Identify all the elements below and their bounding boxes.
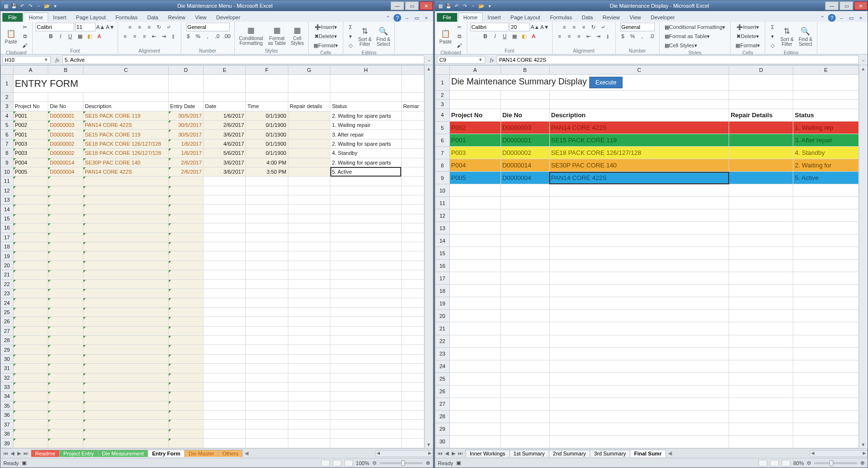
- table-row[interactable]: 20: [435, 310, 859, 322]
- maximize-button[interactable]: ▭: [405, 1, 419, 10]
- decrease-font-icon[interactable]: A▼: [541, 23, 549, 31]
- table-row[interactable]: 15: [1, 214, 424, 223]
- font-family-select[interactable]: [470, 23, 509, 31]
- table-row[interactable]: 14: [1, 205, 424, 214]
- tab-page-layout[interactable]: Page Layout: [506, 13, 545, 22]
- table-row[interactable]: 17: [1, 233, 424, 242]
- find-select-button[interactable]: 🔍Find & Select: [375, 26, 392, 47]
- fill-color-icon[interactable]: ◧: [85, 32, 94, 41]
- sheet-tab[interactable]: 1st Summary: [509, 450, 549, 457]
- table-row[interactable]: 32: [1, 373, 424, 382]
- execute-button[interactable]: Execute: [589, 77, 623, 88]
- table-row[interactable]: 11: [1, 177, 424, 186]
- qat-new-icon[interactable]: ▫: [35, 2, 42, 9]
- cond-format-button[interactable]: ▦ Conditional Formatting ▾: [663, 23, 728, 31]
- sheet-tab[interactable]: Inner Workings: [465, 450, 510, 457]
- sheet-tab[interactable]: Readme: [31, 450, 60, 457]
- table-row[interactable]: 23: [435, 347, 859, 360]
- merge-icon[interactable]: ⫿: [169, 32, 178, 41]
- table-row[interactable]: 13: [1, 195, 424, 205]
- tab-home[interactable]: Home: [24, 13, 48, 22]
- table-row[interactable]: 11: [435, 197, 859, 209]
- minimize-button[interactable]: —: [391, 1, 404, 10]
- qat-undo-icon[interactable]: ↶: [19, 2, 26, 9]
- table-row[interactable]: 14: [435, 234, 859, 247]
- fill-color-icon[interactable]: ◧: [520, 32, 529, 41]
- close-button[interactable]: ✕: [420, 1, 433, 10]
- format-cells-button[interactable]: ▦ Format ▾: [312, 41, 340, 50]
- horizontal-scrollbar[interactable]: [375, 450, 433, 457]
- table-row[interactable]: 28: [1, 335, 424, 344]
- zoom-slider[interactable]: [814, 462, 857, 464]
- fx-icon[interactable]: fx: [487, 57, 497, 63]
- tab-insert[interactable]: Insert: [483, 13, 506, 22]
- table-row[interactable]: 20: [1, 261, 424, 270]
- number-format-select[interactable]: [186, 23, 230, 31]
- minimize-button[interactable]: —: [825, 1, 839, 10]
- sheet-tab[interactable]: Die Master: [184, 450, 218, 457]
- bold-button[interactable]: B: [481, 32, 490, 41]
- table-row[interactable]: 7 P003D0000002SE18 PACK CORE 126/127/128…: [435, 147, 859, 159]
- table-row[interactable]: 37: [1, 420, 424, 429]
- tab-page-layout[interactable]: Page Layout: [71, 13, 111, 22]
- table-row[interactable]: 30: [435, 435, 859, 448]
- name-box[interactable]: H10▼: [2, 56, 51, 64]
- doc-close-icon[interactable]: ×: [422, 14, 430, 22]
- table-row[interactable]: 13: [435, 222, 859, 234]
- font-color-icon[interactable]: A: [95, 32, 104, 41]
- zoom-in-button[interactable]: ⊕: [860, 460, 865, 466]
- clear-icon[interactable]: ◇: [346, 41, 355, 50]
- underline-button[interactable]: U: [66, 32, 75, 41]
- close-button[interactable]: ✕: [854, 1, 868, 10]
- maximize-button[interactable]: ▭: [840, 1, 853, 10]
- qat-more-icon[interactable]: ▾: [486, 2, 493, 9]
- chevron-down-icon[interactable]: ▼: [44, 57, 48, 62]
- font-size-select[interactable]: [75, 23, 95, 31]
- view-break-icon[interactable]: [344, 460, 353, 467]
- sheet-area[interactable]: ABCDE 1Die Maintenance Summary Display E…: [435, 65, 868, 448]
- table-row[interactable]: 6 P001D0000001SE15 PACK CORE 1193. After…: [435, 134, 859, 147]
- border-icon[interactable]: ▦: [76, 32, 84, 41]
- italic-button[interactable]: I: [491, 32, 500, 41]
- table-row[interactable]: 26: [1, 317, 424, 326]
- table-row[interactable]: 39: [1, 439, 424, 448]
- macro-rec-icon[interactable]: ▣: [22, 460, 27, 466]
- help-icon[interactable]: ?: [828, 14, 836, 22]
- table-row[interactable]: 36: [1, 411, 424, 420]
- zoom-out-button[interactable]: ⊖: [372, 460, 377, 466]
- align-left-icon[interactable]: ≡: [121, 32, 130, 41]
- tab-developer[interactable]: Developer: [646, 13, 679, 22]
- sheet-area[interactable]: ABCDEFGH 1ENTRY FORM 2 3Project NoDie No…: [0, 65, 433, 448]
- table-row[interactable]: 12: [435, 209, 859, 222]
- zoom-slider[interactable]: [380, 462, 423, 464]
- font-family-select[interactable]: [36, 23, 74, 31]
- format-painter-icon[interactable]: 🖌: [21, 41, 29, 50]
- increase-font-icon[interactable]: A▲: [531, 23, 540, 31]
- cell-styles-button[interactable]: ▦Cell Styles: [289, 25, 305, 46]
- align-bot-icon[interactable]: ≡: [145, 23, 154, 31]
- formula-input[interactable]: [497, 55, 859, 64]
- insert-cells-button[interactable]: ➕ Insert ▾: [312, 23, 339, 31]
- table-row[interactable]: 19: [435, 297, 859, 310]
- table-row[interactable]: 9 P005D0000004PAN14 CORE 422S5. Active: [435, 172, 859, 184]
- minimize-ribbon-icon[interactable]: ⌃: [384, 14, 392, 22]
- doc-restore-icon[interactable]: ▭: [847, 14, 855, 22]
- expand-fx-icon[interactable]: ⌄: [859, 56, 868, 63]
- table-row[interactable]: 21: [435, 322, 859, 335]
- cell-styles-button[interactable]: ▦ Cell Styles ▾: [663, 41, 699, 50]
- inc-dec-icon[interactable]: .0: [213, 32, 222, 41]
- zoom-in-button[interactable]: ⊕: [426, 460, 430, 466]
- qat-new-icon[interactable]: ▫: [470, 2, 476, 9]
- tab-developer[interactable]: Developer: [211, 13, 245, 22]
- tab-scroll-icon[interactable]: ◀: [666, 450, 674, 456]
- view-layout-icon[interactable]: [770, 460, 779, 467]
- qat-save-icon[interactable]: 💾: [11, 2, 17, 9]
- file-tab[interactable]: File: [2, 13, 23, 22]
- paste-button[interactable]: 📋Paste: [438, 28, 453, 45]
- table-row[interactable]: 33: [1, 382, 424, 391]
- copy-icon[interactable]: ⧉: [455, 32, 464, 41]
- sheet-tab[interactable]: 2nd Summary: [549, 450, 590, 457]
- format-painter-icon[interactable]: 🖌: [455, 41, 464, 50]
- tab-data[interactable]: Data: [142, 13, 163, 22]
- find-select-button[interactable]: 🔍Find & Select: [797, 26, 814, 47]
